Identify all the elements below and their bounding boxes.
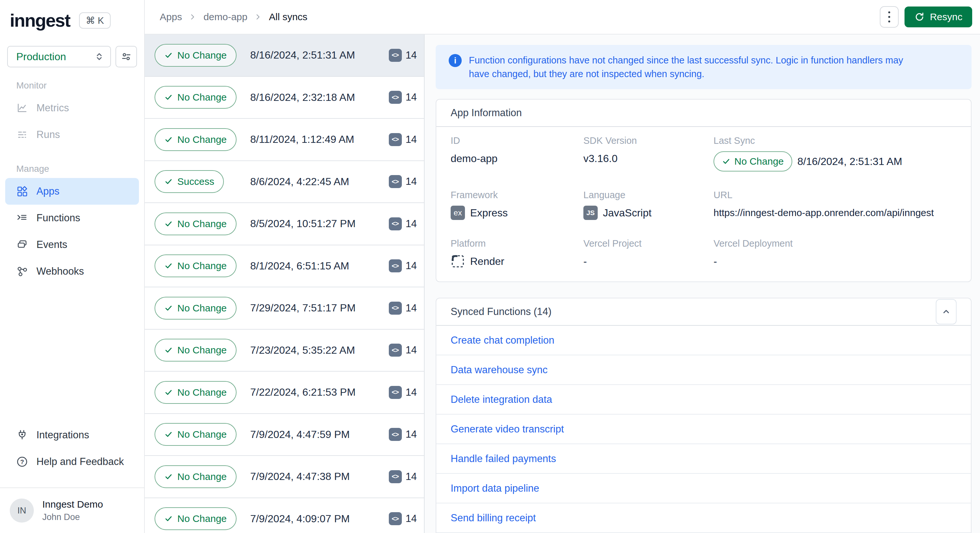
sync-row[interactable]: No Change8/1/2024, 6:51:15 AM<>14: [145, 245, 424, 288]
sync-row[interactable]: No Change8/11/2024, 1:12:49 AM<>14: [145, 119, 424, 161]
function-count: <>14: [389, 302, 417, 315]
sync-row[interactable]: Success8/6/2024, 4:22:45 AM<>14: [145, 161, 424, 204]
function-count-value: 14: [406, 344, 417, 356]
function-link-create-chat-completion[interactable]: Create chat completion: [451, 334, 554, 346]
function-link-generate-video-transcript[interactable]: Generate video transcript: [451, 423, 564, 435]
field-language-value: JavaScript: [603, 207, 651, 219]
sync-timestamp: 7/29/2024, 7:51:17 PM: [250, 302, 356, 314]
kebab-icon: [888, 11, 890, 13]
function-count: <>14: [389, 512, 417, 525]
code-icon: <>: [389, 133, 402, 146]
field-vercel-project-value: -: [583, 255, 587, 267]
status-badge: No Change: [154, 381, 237, 404]
sync-row[interactable]: No Change8/16/2024, 2:32:18 AM<>14: [145, 77, 424, 119]
field-platform-label: Platform: [451, 238, 583, 249]
apps-icon: [16, 186, 28, 197]
sidebar-item-integrations[interactable]: Integrations: [5, 422, 139, 449]
function-count-value: 14: [406, 218, 417, 230]
resync-button[interactable]: Resync: [905, 6, 972, 27]
sidebar-item-label: Runs: [37, 129, 60, 140]
sync-row[interactable]: No Change7/29/2024, 7:51:17 PM<>14: [145, 287, 424, 329]
sync-row[interactable]: No Change8/16/2024, 2:51:31 AM<>14: [145, 35, 424, 77]
sync-timestamp: 7/23/2024, 5:35:22 AM: [250, 344, 355, 356]
sidebar-item-apps[interactable]: Apps: [5, 178, 139, 205]
sync-row[interactable]: No Change7/23/2024, 5:35:22 AM<>14: [145, 329, 424, 372]
status-badge-label: Success: [177, 176, 214, 187]
status-badge: No Change: [154, 44, 237, 67]
sync-row[interactable]: No Change7/22/2024, 6:21:53 PM<>14: [145, 372, 424, 414]
sidebar-item-events[interactable]: Events: [5, 231, 139, 258]
check-icon: [164, 51, 173, 60]
field-last-sync: Last SyncNo Change8/16/2024, 2:51:31 AM: [714, 135, 956, 172]
sync-timestamp: 7/9/2024, 4:47:38 PM: [250, 471, 350, 482]
status-badge-label: No Change: [177, 471, 227, 482]
field-last-sync-value: 8/16/2024, 2:51:31 AM: [797, 156, 902, 167]
function-count: <>14: [389, 259, 417, 272]
field-language-label: Language: [583, 190, 714, 200]
sidebar-item-metrics[interactable]: Metrics: [5, 95, 139, 121]
function-count-value: 14: [406, 471, 417, 482]
profile[interactable]: IN Inngest Demo John Doe: [0, 488, 144, 533]
function-link-data-warehouse-sync[interactable]: Data warehouse sync: [451, 364, 547, 376]
collapse-button[interactable]: [936, 299, 956, 325]
function-link-delete-integration-data[interactable]: Delete integration data: [451, 394, 552, 406]
code-icon: <>: [389, 386, 402, 399]
breadcrumb-all-syncs: All syncs: [269, 11, 307, 22]
function-count-value: 14: [406, 49, 417, 61]
function-count: <>14: [389, 470, 417, 483]
environment-select-value: Production: [16, 51, 66, 63]
sync-row[interactable]: No Change7/9/2024, 4:09:07 PM<>14: [145, 498, 424, 533]
code-icon: <>: [389, 259, 402, 272]
command-k-shortcut[interactable]: ⌘ K: [79, 13, 110, 29]
sidebar-item-functions[interactable]: Functions: [5, 205, 139, 231]
functions-icon: [16, 212, 28, 224]
sidebar-item-help-and-feedback[interactable]: ?Help and Feedback: [5, 449, 139, 475]
status-badge: No Change: [154, 339, 237, 361]
runs-icon: [16, 129, 28, 140]
environment-filter-button[interactable]: [116, 46, 137, 67]
field-platform-value: Render: [470, 255, 504, 267]
function-row: Delete integration data: [436, 385, 971, 415]
metrics-icon: [16, 102, 28, 114]
events-icon: [16, 239, 28, 251]
refresh-icon: [914, 12, 925, 22]
environment-select[interactable]: Production: [7, 46, 111, 67]
function-count: <>14: [389, 428, 417, 441]
status-badge-label: No Change: [177, 134, 227, 145]
check-icon: [164, 262, 173, 270]
app-information-card: App Information IDdemo-appSDK Versionv3.…: [436, 99, 972, 282]
more-actions-button[interactable]: [880, 6, 899, 28]
field-vercel-project-label: Vercel Project: [583, 238, 714, 249]
function-count-value: 14: [406, 387, 417, 398]
function-link-handle-failed-payments[interactable]: Handle failed payments: [451, 453, 556, 465]
sync-row[interactable]: No Change7/9/2024, 4:47:38 PM<>14: [145, 456, 424, 498]
check-icon: [164, 473, 173, 481]
sidebar-item-webhooks[interactable]: Webhooks: [5, 258, 139, 285]
code-icon: <>: [389, 91, 402, 104]
status-badge: No Change: [154, 297, 237, 320]
check-icon: [164, 304, 173, 312]
sync-row[interactable]: No Change8/5/2024, 10:51:27 PM<>14: [145, 203, 424, 245]
field-vercel-deployment-value: -: [714, 255, 717, 267]
code-icon: <>: [389, 49, 402, 62]
sidebar-item-runs[interactable]: Runs: [5, 121, 139, 148]
breadcrumb-demo-app[interactable]: demo-app: [204, 11, 247, 22]
inngest-logo: inngest: [10, 10, 70, 31]
field-platform: PlatformRender: [451, 238, 583, 269]
code-icon: <>: [389, 512, 402, 525]
function-link-send-billing-receipt[interactable]: Send billing receipt: [451, 512, 536, 524]
function-link-import-data-pipeline[interactable]: Import data pipeline: [451, 482, 539, 494]
function-count-value: 14: [406, 91, 417, 103]
profile-org-name: Inngest Demo: [42, 499, 103, 510]
svg-text:?: ?: [20, 458, 24, 465]
field-url: URLhttps://inngest-demo-app.onrender.com…: [714, 190, 956, 220]
function-count-value: 14: [406, 428, 417, 440]
sync-timestamp: 8/16/2024, 2:32:18 AM: [250, 91, 355, 103]
synced-functions-card: Synced Functions (14) Create chat comple…: [436, 298, 972, 533]
breadcrumb-apps[interactable]: Apps: [160, 11, 182, 22]
check-icon: [164, 135, 173, 144]
field-id: IDdemo-app: [451, 135, 583, 172]
function-row: Create chat completion: [436, 326, 971, 355]
function-row: Generate video transcript: [436, 415, 971, 444]
sync-row[interactable]: No Change7/9/2024, 4:47:59 PM<>14: [145, 414, 424, 456]
